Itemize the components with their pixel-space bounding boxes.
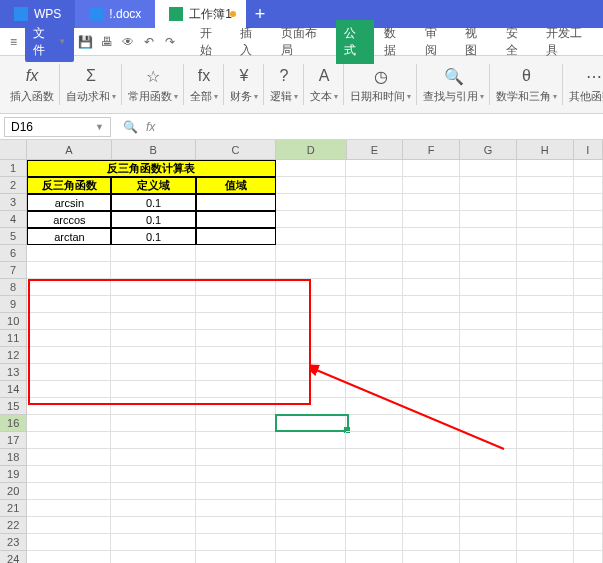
cell-C19[interactable] — [196, 466, 276, 483]
ribbon-other[interactable]: ⋯其他函数▾ — [563, 58, 603, 111]
cell-F10[interactable] — [403, 313, 460, 330]
cell-E21[interactable] — [346, 500, 403, 517]
ribbon-finance[interactable]: ¥财务▾ — [224, 58, 264, 111]
cell-H19[interactable] — [517, 466, 574, 483]
cell-A20[interactable] — [27, 483, 111, 500]
col-header-G[interactable]: G — [460, 140, 517, 159]
cell-A5[interactable]: arctan — [27, 228, 111, 245]
cell-A23[interactable] — [27, 534, 111, 551]
cell-A18[interactable] — [27, 449, 111, 466]
cell-I7[interactable] — [574, 262, 603, 279]
row-header-13[interactable]: 13 — [0, 364, 27, 381]
row-header-11[interactable]: 11 — [0, 330, 27, 347]
cell-F3[interactable] — [403, 194, 460, 211]
cell-I12[interactable] — [574, 347, 603, 364]
cell-G5[interactable] — [460, 228, 517, 245]
cell-C15[interactable] — [196, 398, 276, 415]
col-header-I[interactable]: I — [574, 140, 603, 159]
cell-B14[interactable] — [111, 381, 195, 398]
row-header-8[interactable]: 8 — [0, 279, 27, 296]
cell-H22[interactable] — [517, 517, 574, 534]
cell-G24[interactable] — [460, 551, 517, 563]
cell-D11[interactable] — [276, 330, 346, 347]
cell-G23[interactable] — [460, 534, 517, 551]
cell-H16[interactable] — [517, 415, 574, 432]
cell-G13[interactable] — [460, 364, 517, 381]
cell-H17[interactable] — [517, 432, 574, 449]
cell-B13[interactable] — [111, 364, 195, 381]
cell-D2[interactable] — [276, 177, 346, 194]
cell-F5[interactable] — [403, 228, 460, 245]
cell-B6[interactable] — [111, 245, 195, 262]
cell-D20[interactable] — [276, 483, 346, 500]
cell-C3[interactable] — [196, 194, 276, 211]
cell-A16[interactable] — [27, 415, 111, 432]
cell-A1[interactable]: 反三角函数计算表 — [27, 160, 275, 177]
cell-F15[interactable] — [403, 398, 460, 415]
cell-E20[interactable] — [346, 483, 403, 500]
cell-G9[interactable] — [460, 296, 517, 313]
cell-D23[interactable] — [276, 534, 346, 551]
cell-I21[interactable] — [574, 500, 603, 517]
ribbon-math[interactable]: θ数学和三角▾ — [490, 58, 563, 111]
cell-H21[interactable] — [517, 500, 574, 517]
cell-I13[interactable] — [574, 364, 603, 381]
cell-B4[interactable]: 0.1 — [111, 211, 195, 228]
cell-G2[interactable] — [460, 177, 517, 194]
cell-A17[interactable] — [27, 432, 111, 449]
cell-E1[interactable] — [346, 160, 403, 177]
name-box[interactable]: D16▼ — [4, 117, 111, 137]
cell-H7[interactable] — [517, 262, 574, 279]
cell-F20[interactable] — [403, 483, 460, 500]
cell-I1[interactable] — [574, 160, 604, 177]
cell-A22[interactable] — [27, 517, 111, 534]
cell-E17[interactable] — [346, 432, 403, 449]
cell-G3[interactable] — [460, 194, 517, 211]
cell-G11[interactable] — [460, 330, 517, 347]
redo-icon[interactable]: ↷ — [163, 34, 178, 50]
cell-B15[interactable] — [111, 398, 195, 415]
cell-H4[interactable] — [517, 211, 574, 228]
cell-F7[interactable] — [403, 262, 460, 279]
cell-C20[interactable] — [196, 483, 276, 500]
cell-G15[interactable] — [460, 398, 517, 415]
cell-G6[interactable] — [460, 245, 517, 262]
cell-I4[interactable] — [574, 211, 603, 228]
cell-F17[interactable] — [403, 432, 460, 449]
cell-D17[interactable] — [276, 432, 346, 449]
select-all-corner[interactable] — [0, 140, 27, 159]
cell-I11[interactable] — [574, 330, 603, 347]
cell-D14[interactable] — [276, 381, 346, 398]
cell-A19[interactable] — [27, 466, 111, 483]
cell-F24[interactable] — [403, 551, 460, 563]
cell-C13[interactable] — [196, 364, 276, 381]
cell-B12[interactable] — [111, 347, 195, 364]
cell-A8[interactable] — [27, 279, 111, 296]
cell-E3[interactable] — [346, 194, 403, 211]
cell-G7[interactable] — [460, 262, 517, 279]
ribbon-common[interactable]: ☆常用函数▾ — [122, 58, 184, 111]
undo-icon[interactable]: ↶ — [142, 34, 157, 50]
cell-F18[interactable] — [403, 449, 460, 466]
cell-A7[interactable] — [27, 262, 111, 279]
row-header-1[interactable]: 1 — [0, 160, 27, 177]
cell-B21[interactable] — [111, 500, 195, 517]
cell-I2[interactable] — [574, 177, 603, 194]
cell-E12[interactable] — [346, 347, 403, 364]
menu-tab-6[interactable]: 视图 — [457, 20, 495, 64]
col-header-B[interactable]: B — [112, 140, 196, 159]
menu-tab-2[interactable]: 页面布局 — [273, 20, 334, 64]
cell-C10[interactable] — [196, 313, 276, 330]
cell-I14[interactable] — [574, 381, 603, 398]
cell-C11[interactable] — [196, 330, 276, 347]
row-header-9[interactable]: 9 — [0, 296, 27, 313]
row-header-18[interactable]: 18 — [0, 449, 27, 466]
cell-E23[interactable] — [346, 534, 403, 551]
cell-H6[interactable] — [517, 245, 574, 262]
cell-E18[interactable] — [346, 449, 403, 466]
cell-F22[interactable] — [403, 517, 460, 534]
cell-C16[interactable] — [196, 415, 276, 432]
cell-B23[interactable] — [111, 534, 195, 551]
cell-B9[interactable] — [111, 296, 195, 313]
cell-F11[interactable] — [403, 330, 460, 347]
